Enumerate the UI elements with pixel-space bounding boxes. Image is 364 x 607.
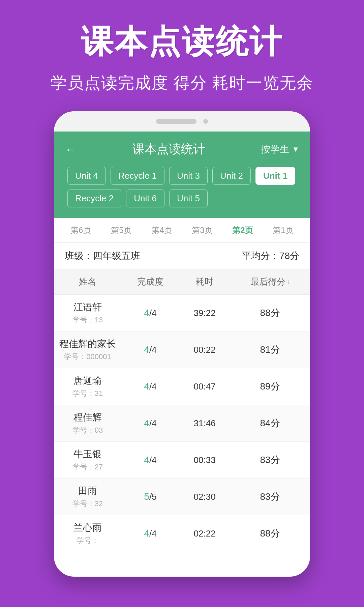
score-value: 83分 xyxy=(260,455,280,465)
col-name: 姓名 xyxy=(54,269,121,295)
time-cell: 39:22 xyxy=(179,295,230,331)
score-value: 83分 xyxy=(260,491,280,502)
student-name-cell: 程佳辉的家长 学号：000001 xyxy=(54,331,121,368)
page-tab-3[interactable]: 第4页 xyxy=(151,225,172,236)
student-id: 学号：000001 xyxy=(58,352,117,362)
score-cell: 83分 xyxy=(230,442,310,479)
student-name: 程佳辉的家长 xyxy=(58,338,117,350)
phone-top-bar xyxy=(54,111,310,132)
score-cell: 89分 xyxy=(230,368,310,405)
student-name: 唐迦瑜 xyxy=(58,374,117,387)
table-row: 田雨 学号：32 5/5 02:30 83分 xyxy=(54,479,310,515)
page-tab-5[interactable]: 第2页 xyxy=(232,225,253,236)
completion-value: 4 xyxy=(144,418,149,428)
time-cell: 00:22 xyxy=(179,331,230,368)
student-name: 田雨 xyxy=(58,485,117,497)
table-body: 江语轩 学号：13 4/4 39:22 88分 程佳辉的家长 学号：000001… xyxy=(54,295,310,552)
unit-tab-recycle-1[interactable]: Recycle 1 xyxy=(111,167,164,185)
table-row: 唐迦瑜 学号：31 4/4 00:47 89分 xyxy=(54,368,310,405)
page-tab-6[interactable]: 第1页 xyxy=(273,225,293,236)
completion-cell: 4/4 xyxy=(121,515,179,552)
score-cell: 83分 xyxy=(230,479,310,515)
unit-tab-unit-2[interactable]: Unit 2 xyxy=(212,167,251,185)
dropdown-arrow-icon: ▼ xyxy=(292,145,299,154)
page-tab-4[interactable]: 第3页 xyxy=(192,225,212,236)
completion-total: /4 xyxy=(149,345,157,355)
page-tab-2[interactable]: 第5页 xyxy=(111,225,131,236)
student-name-cell: 唐迦瑜 学号：31 xyxy=(54,368,121,405)
score-value: 84分 xyxy=(260,418,280,428)
score-value: 88分 xyxy=(260,308,280,318)
page-tab-1[interactable]: 第6页 xyxy=(70,225,91,236)
table-row: 程佳辉 学号：03 4/4 31:46 84分 xyxy=(54,405,310,442)
score-value: 88分 xyxy=(260,528,280,539)
student-name: 程佳辉 xyxy=(58,411,117,424)
completion-value: 4 xyxy=(144,381,149,392)
table-header-row: 姓名 完成度 耗时 最后得分 ↓ xyxy=(54,269,310,295)
col-time: 耗时 xyxy=(179,269,230,295)
student-name-cell: 田雨 学号：32 xyxy=(54,479,121,515)
time-value: 02:30 xyxy=(194,492,216,502)
hero-title: 课本点读统计 xyxy=(0,20,364,64)
time-cell: 00:47 xyxy=(179,368,230,405)
unit-tab-recycle-2[interactable]: Recycle 2 xyxy=(67,190,121,207)
unit-tab-unit-1[interactable]: Unit 1 xyxy=(255,167,295,185)
completion-cell: 5/5 xyxy=(121,479,179,515)
time-cell: 02:22 xyxy=(179,515,230,552)
student-table: 姓名 完成度 耗时 最后得分 ↓ 江语轩 学号：13 4/4 xyxy=(54,269,310,552)
table-row: 江语轩 学号：13 4/4 39:22 88分 xyxy=(54,295,310,331)
student-name: 江语轩 xyxy=(58,301,117,314)
time-cell: 00:33 xyxy=(179,442,230,479)
col-completion: 完成度 xyxy=(121,269,179,295)
unit-tabs-container: Unit 4Recycle 1Unit 3Unit 2Unit 1Recycle… xyxy=(65,167,299,210)
time-value: 31:46 xyxy=(194,418,216,428)
class-name: 班级：四年级五班 xyxy=(65,250,140,262)
phone-camera xyxy=(203,119,208,124)
unit-tab-unit-3[interactable]: Unit 3 xyxy=(169,167,208,185)
completion-total: /4 xyxy=(149,418,157,428)
completion-total: /4 xyxy=(149,455,157,465)
student-id: 学号：27 xyxy=(58,462,117,472)
table-row: 程佳辉的家长 学号：000001 4/4 00:22 81分 xyxy=(54,331,310,368)
completion-cell: 4/4 xyxy=(121,405,179,442)
completion-total: /4 xyxy=(149,528,157,539)
page-tabs-container: 第6页第5页第4页第3页第2页第1页 xyxy=(54,218,310,243)
app-header: ← 课本点读统计 按学生 ▼ Unit 4Recycle 1Unit 3Unit… xyxy=(54,132,310,218)
score-cell: 84分 xyxy=(230,405,310,442)
completion-cell: 4/4 xyxy=(121,368,179,405)
app-title: 课本点读统计 xyxy=(132,141,205,157)
student-id: 学号：13 xyxy=(58,315,117,325)
avg-score: 平均分：78分 xyxy=(242,250,299,262)
completion-value: 4 xyxy=(144,455,149,465)
col-score[interactable]: 最后得分 ↓ xyxy=(230,269,310,295)
student-name-cell: 兰心雨 学号： xyxy=(54,515,121,552)
phone-mockup: ← 课本点读统计 按学生 ▼ Unit 4Recycle 1Unit 3Unit… xyxy=(54,111,310,577)
hero-section: 课本点读统计 学员点读完成度 得分 耗时一览无余 xyxy=(0,20,364,94)
completion-cell: 4/4 xyxy=(121,442,179,479)
student-name-cell: 程佳辉 学号：03 xyxy=(54,405,121,442)
student-id: 学号：03 xyxy=(58,425,117,435)
score-cell: 88分 xyxy=(230,515,310,552)
student-id: 学号： xyxy=(58,536,117,546)
table-row: 牛玉银 学号：27 4/4 00:33 83分 xyxy=(54,442,310,479)
unit-tab-unit-5[interactable]: Unit 5 xyxy=(169,190,208,207)
back-button[interactable]: ← xyxy=(65,142,77,156)
unit-tab-unit-6[interactable]: Unit 6 xyxy=(126,190,164,207)
sort-icon: ↓ xyxy=(287,278,290,285)
score-value: 89分 xyxy=(260,381,280,392)
time-value: 00:33 xyxy=(194,455,216,465)
score-sort[interactable]: 最后得分 ↓ xyxy=(250,276,290,288)
phone-speaker xyxy=(156,119,196,124)
completion-cell: 4/4 xyxy=(121,295,179,331)
student-name-cell: 牛玉银 学号：27 xyxy=(54,442,121,479)
score-value: 81分 xyxy=(260,344,280,355)
score-cell: 88分 xyxy=(230,295,310,331)
filter-button[interactable]: 按学生 ▼ xyxy=(261,143,299,156)
completion-cell: 4/4 xyxy=(121,331,179,368)
filter-label: 按学生 xyxy=(261,143,289,156)
completion-total: /4 xyxy=(149,308,157,318)
completion-value: 4 xyxy=(144,308,149,318)
student-name: 牛玉银 xyxy=(58,448,117,461)
unit-tab-unit-4[interactable]: Unit 4 xyxy=(67,167,106,185)
student-name: 兰心雨 xyxy=(58,521,117,534)
